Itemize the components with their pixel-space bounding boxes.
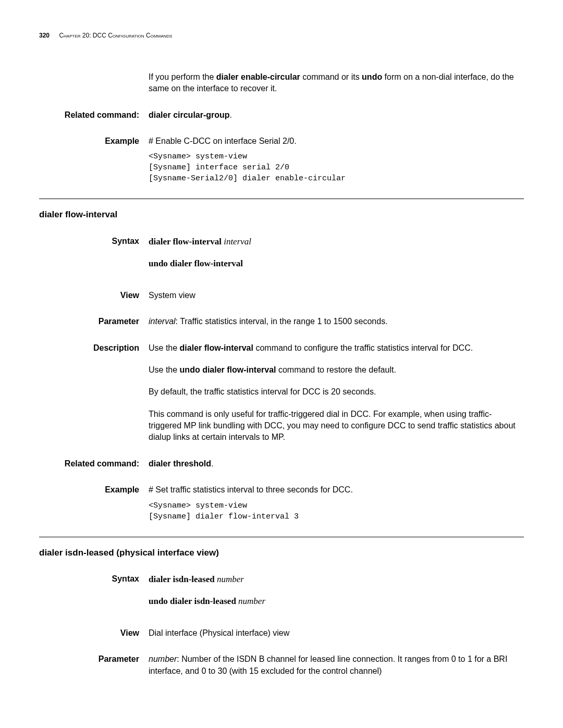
view-label: View (39, 627, 149, 639)
intro-cmd1: dialer enable-circular (216, 72, 300, 81)
syntax-cmd: dialer flow-interval (149, 237, 222, 246)
syntax-arg: number (215, 574, 244, 584)
related-label: Related command: (39, 109, 149, 121)
example-code: <Sysname> system-view [Sysname] dialer f… (149, 500, 524, 522)
syntax-undo: undo dialer isdn-leased (149, 596, 236, 606)
syntax-cmd: dialer isdn-leased (149, 574, 215, 584)
example-label: Example (39, 484, 149, 522)
section-divider (39, 537, 524, 537)
intro-cmd2: undo (362, 72, 382, 81)
desc-cmd2: undo dialer flow-interval (180, 365, 276, 374)
page-header: 320 Chapter 20: DCC Configuration Comman… (39, 31, 524, 40)
example-label: Example (39, 135, 149, 184)
related-value: dialer circular-group (149, 110, 230, 119)
view-value: Dial interface (Physical interface) view (149, 627, 524, 639)
parameter-label: Parameter (39, 316, 149, 327)
syntax-undo-arg: number (236, 596, 265, 606)
parameter-label: Parameter (39, 653, 149, 677)
view-label: View (39, 290, 149, 301)
desc-cmd1: dialer flow-interval (180, 343, 253, 352)
section-divider (39, 199, 524, 199)
desc-p3: By default, the traffic statistics inter… (149, 386, 524, 398)
syntax-label: Syntax (39, 236, 149, 270)
related-value: dialer threshold (149, 459, 211, 468)
description-label: Description (39, 342, 149, 443)
intro-text: If you perform the (149, 72, 216, 81)
example-code: <Sysname> system-view [Sysname] interfac… (149, 151, 524, 184)
syntax-arg: interval (222, 237, 251, 246)
view-value: System view (149, 290, 524, 301)
related-label: Related command: (39, 458, 149, 470)
page-number: 320 (39, 32, 50, 39)
parameter-arg: number (149, 655, 177, 663)
section-heading: dialer isdn-leased (physical interface v… (39, 547, 524, 559)
example-desc: # Set traffic statistics interval to thr… (149, 484, 524, 496)
example-desc: # Enable C-DCC on interface Serial 2/0. (149, 135, 524, 147)
section-heading: dialer flow-interval (39, 208, 524, 221)
parameter-arg: interval (149, 317, 176, 326)
syntax-undo: undo dialer flow-interval (149, 257, 524, 270)
chapter-title: Chapter 20: DCC Configuration Commands (59, 32, 172, 39)
desc-p4: This command is only useful for traffic-… (149, 409, 524, 443)
syntax-label: Syntax (39, 573, 149, 608)
